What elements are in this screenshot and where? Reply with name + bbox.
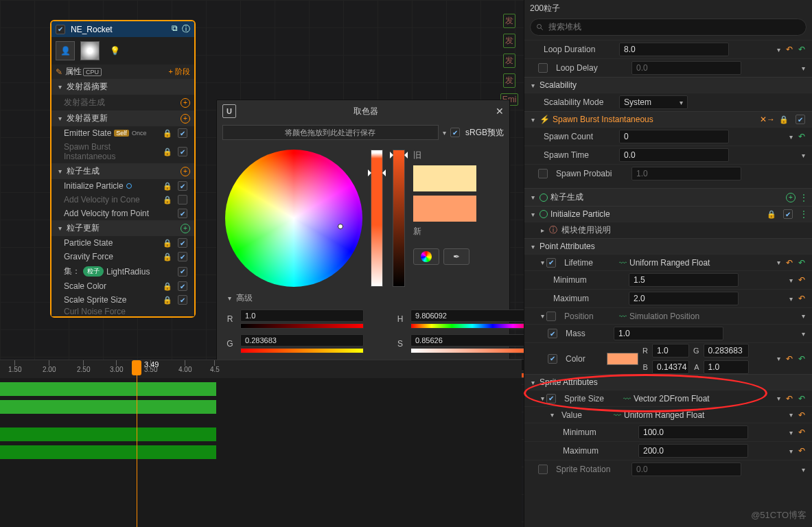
saturation-bar[interactable] xyxy=(371,150,383,287)
item-init-particle[interactable]: Initialize Particle 🔒 xyxy=(51,179,194,193)
mass-input[interactable]: 1.0 xyxy=(614,327,723,340)
loop-delay-input[interactable]: 0.0 xyxy=(631,61,741,75)
item-set-lightradius[interactable]: 集： 粒子 LightRadius xyxy=(51,264,194,279)
color-B-input[interactable]: 0.14374 xyxy=(652,360,689,374)
search-input[interactable]: 搜索堆栈 xyxy=(530,19,807,36)
size-max-input[interactable]: 200.0 xyxy=(638,444,748,458)
light-icon[interactable]: 💡 xyxy=(105,41,124,60)
item-spawn-burst[interactable]: Spawn Burst Instantaneous 🔒 xyxy=(51,140,194,163)
popout-icon[interactable]: ⧉ xyxy=(172,23,178,35)
prop-size-min[interactable]: Minimum 100.0 ▾↶ xyxy=(524,423,812,441)
input-H[interactable]: 9.806092 xyxy=(410,309,534,322)
group-scalability[interactable]: ▾Scalability xyxy=(524,77,812,93)
prop-life-max[interactable]: Maximum 2.0 ▾↶ xyxy=(524,289,812,307)
emitter-node[interactable]: NE_Rocket ⧉ ⓘ 👤 💡 ✎ 属性 CPU + 阶段 ▾发射器摘要 发… xyxy=(50,20,196,318)
group-sprite-attrs[interactable]: ▾Sprite Attributes xyxy=(524,374,812,390)
sprite-preview[interactable] xyxy=(80,41,100,60)
reset-icon[interactable]: ↶ xyxy=(798,132,805,141)
enable-emitter-checkbox[interactable] xyxy=(56,25,65,34)
group-point-attrs[interactable]: ▾Point Attributes xyxy=(524,238,812,254)
section-emitter-update[interactable]: ▾发射器更新 + xyxy=(51,110,194,126)
prop-scalability-mode[interactable]: Scalability Mode System▾ xyxy=(524,93,812,111)
new-color-swatch[interactable] xyxy=(413,196,476,222)
timeline-track[interactable] xyxy=(0,445,522,459)
prop-loop-duration[interactable]: Loop Duration 8.0 ▾↶↶ xyxy=(524,40,812,58)
size-min-input[interactable]: 100.0 xyxy=(638,425,748,439)
value-bar[interactable] xyxy=(393,150,405,287)
chevron-down-icon[interactable]: ▾ xyxy=(443,129,446,137)
color-G-input[interactable]: 0.283683 xyxy=(704,344,749,358)
timeline-cursor[interactable] xyxy=(137,360,137,527)
group-spawn-burst[interactable]: ▾⚡ Spawn Burst Instantaneous ✕→🔒 xyxy=(524,111,812,127)
dialog-titlebar[interactable]: U 取色器 ✕ xyxy=(217,100,509,122)
timeline-track[interactable] xyxy=(0,428,522,441)
item-curl-noise[interactable]: Curl Noise Force xyxy=(51,307,194,316)
item-emitter-state[interactable]: Emitter State Self Once 🔒 xyxy=(51,126,194,140)
prop-mass[interactable]: Mass 1.0 ▾ xyxy=(524,324,812,342)
color-wheel[interactable] xyxy=(225,150,362,287)
node-titlebar[interactable]: NE_Rocket ⧉ ⓘ xyxy=(51,21,194,37)
spawn-time-input[interactable]: 0.0 xyxy=(619,148,729,162)
color-mode-button[interactable] xyxy=(413,248,439,265)
item-scale-color[interactable]: Scale Color 🔒 xyxy=(51,279,194,293)
item-add-vel-cone[interactable]: Add Velocity in Cone 🔒 xyxy=(51,193,194,207)
prop-color[interactable]: Color R1.0 G0.283683 B0.14374 A1.0 ▾↶↶ xyxy=(524,342,812,374)
plus-icon[interactable]: + xyxy=(181,114,190,124)
prop-lifetime[interactable]: ▾ Lifetime 〰 Uniform Ranged Float ▾↶↶ xyxy=(524,254,812,270)
input-R[interactable]: 1.0 xyxy=(240,309,364,322)
timeline-track[interactable] xyxy=(0,400,522,414)
timeline-track[interactable] xyxy=(0,382,522,396)
group-init-particle[interactable]: ▾ Initialize Particle 🔒⋮ xyxy=(524,206,812,222)
section-emitter-summary[interactable]: ▾发射器摘要 xyxy=(51,79,194,95)
section-particle-update[interactable]: ▾粒子更新 + xyxy=(51,220,194,236)
color-chip[interactable] xyxy=(607,353,638,365)
color-save-slot[interactable]: 将颜色拖放到此处进行保存 xyxy=(222,125,439,140)
row-module-usage[interactable]: ▸ⓘ 模块使用说明 xyxy=(524,222,812,238)
group-particle-spawn[interactable]: ▾ 粒子生成 +⋮ xyxy=(524,188,812,206)
input-G[interactable]: 0.283683 xyxy=(240,334,364,347)
life-min-input[interactable]: 1.5 xyxy=(629,273,739,287)
prop-spawn-prob[interactable]: Spawn Probabi 1.0 xyxy=(524,164,812,183)
item-scale-sprite-size[interactable]: Scale Sprite Size 🔒 xyxy=(51,293,194,307)
dot-stack-icon[interactable]: ⋮ xyxy=(800,193,808,202)
prop-spawn-time[interactable]: Spawn Time 0.0 ▾ xyxy=(524,145,812,164)
prop-position[interactable]: ▾ Position 〰 Simulation Position ▾ xyxy=(524,307,812,324)
color-R-input[interactable]: 1.0 xyxy=(652,344,689,358)
prop-sprite-rotation[interactable]: Sprite Rotation 0.0 ▾ xyxy=(524,460,812,478)
prop-value[interactable]: ▾ Value 〰 Uniform Ranged Float ▾↶ xyxy=(524,406,812,423)
item-add-vel-point[interactable]: Add Velocity from Point xyxy=(51,207,194,220)
info-icon[interactable]: ⓘ xyxy=(182,23,190,35)
prop-loop-delay[interactable]: Loop Delay 0.0 ▾ xyxy=(524,58,812,77)
shuffle-icon[interactable]: ✕→ xyxy=(760,115,775,124)
sprite-rot-input[interactable]: 0.0 xyxy=(631,462,741,476)
plus-icon[interactable]: + xyxy=(181,98,190,108)
section-particle-spawn[interactable]: ▾粒子生成 + xyxy=(51,163,194,179)
scalability-mode-combo[interactable]: System▾ xyxy=(619,95,688,109)
module-checkbox[interactable] xyxy=(178,128,187,138)
item-emitter-spawn[interactable]: 发射器生成 + xyxy=(51,95,194,110)
timeline[interactable]: 3.49 1.50 2.00 2.50 3.00 3.50 4.00 4.5 xyxy=(0,360,522,527)
prop-spawn-count[interactable]: Spawn Count 0 ▾↶ xyxy=(524,127,812,145)
human-icon[interactable]: 👤 xyxy=(56,41,75,60)
timeline-ruler[interactable]: 3.49 1.50 2.00 2.50 3.00 3.50 4.00 4.5 xyxy=(0,360,522,378)
plus-icon[interactable]: + xyxy=(181,224,190,233)
loop-duration-input[interactable]: 8.0 xyxy=(619,43,729,56)
prop-life-min[interactable]: Minimum 1.5 ▾↶ xyxy=(524,270,812,289)
wheel-cursor[interactable] xyxy=(338,224,343,229)
close-icon[interactable]: ✕ xyxy=(496,106,504,117)
color-A-input[interactable]: 1.0 xyxy=(704,360,749,374)
srgb-checkbox[interactable] xyxy=(450,128,460,137)
plus-icon[interactable]: + xyxy=(181,167,190,176)
spawn-prob-input[interactable]: 1.0 xyxy=(631,167,741,180)
old-color-swatch[interactable] xyxy=(413,165,476,191)
life-max-input[interactable]: 2.0 xyxy=(629,292,739,305)
enable-checkbox[interactable] xyxy=(538,63,548,73)
prop-sprite-size[interactable]: ▾ Sprite Size 〰 Vector 2DFrom Float ▾↶↶ xyxy=(524,390,812,406)
item-gravity-force[interactable]: Gravity Force 🔒 xyxy=(51,250,194,264)
eyedropper-button[interactable]: ✒ xyxy=(443,248,469,265)
add-stage-button[interactable]: + 阶段 xyxy=(169,67,190,77)
item-particle-state[interactable]: Particle State 🔒 xyxy=(51,236,194,250)
prop-size-max[interactable]: Maximum 200.0 ▾↶ xyxy=(524,441,812,460)
chevron-down-icon[interactable]: ▾ xyxy=(777,46,780,54)
plus-icon[interactable]: + xyxy=(786,193,796,202)
